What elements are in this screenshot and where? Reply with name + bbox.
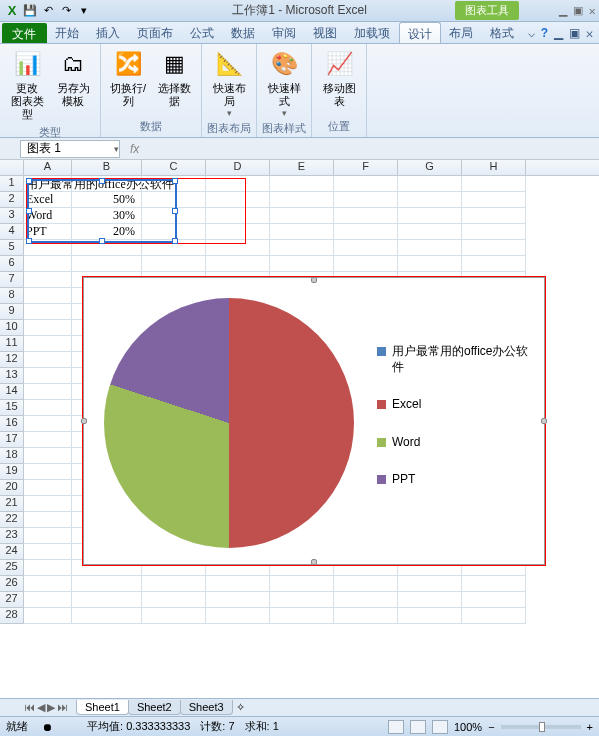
view-normal-icon[interactable] <box>388 720 404 734</box>
col-header-e[interactable]: E <box>270 160 334 175</box>
cell-D28[interactable] <box>206 608 270 624</box>
redo-icon[interactable]: ↷ <box>58 3 74 19</box>
cell-H3[interactable] <box>462 208 526 224</box>
minimize-icon[interactable]: ▁ <box>559 4 567 17</box>
row-header[interactable]: 2 <box>0 192 24 208</box>
cell-G6[interactable] <box>398 256 462 272</box>
cell-E6[interactable] <box>270 256 334 272</box>
sheet-nav-next-icon[interactable]: ▶ <box>47 701 55 714</box>
tab-addins[interactable]: 加载项 <box>346 22 399 43</box>
cell-B6[interactable] <box>72 256 142 272</box>
cell-F6[interactable] <box>334 256 398 272</box>
cell-H28[interactable] <box>462 608 526 624</box>
cell-A8[interactable] <box>24 288 72 304</box>
cell-A4[interactable]: PPT <box>24 224 72 240</box>
cell-C1[interactable] <box>142 176 206 192</box>
save-as-template-button[interactable]: 🗂 另存为 模板 <box>50 46 96 110</box>
cell-B4[interactable]: 20% <box>72 224 142 240</box>
sheet-nav-prev-icon[interactable]: ◀ <box>37 701 45 714</box>
cell-A20[interactable] <box>24 480 72 496</box>
tab-view[interactable]: 视图 <box>305 22 346 43</box>
cell-D6[interactable] <box>206 256 270 272</box>
legend-item-ppt[interactable]: PPT <box>377 472 532 488</box>
restore-icon[interactable]: ▣ <box>573 4 583 17</box>
cell-D2[interactable] <box>206 192 270 208</box>
cell-A17[interactable] <box>24 432 72 448</box>
doc-restore-icon[interactable]: ▣ <box>569 26 580 40</box>
row-header[interactable]: 5 <box>0 240 24 256</box>
cell-A12[interactable] <box>24 352 72 368</box>
row-header[interactable]: 18 <box>0 448 24 464</box>
col-header-g[interactable]: G <box>398 160 462 175</box>
sheet-tab-1[interactable]: Sheet1 <box>76 700 129 715</box>
doc-minimize-icon[interactable]: ▁ <box>554 26 563 40</box>
cell-F27[interactable] <box>334 592 398 608</box>
row-header[interactable]: 27 <box>0 592 24 608</box>
save-icon[interactable]: 💾 <box>22 3 38 19</box>
row-header[interactable]: 25 <box>0 560 24 576</box>
cell-C28[interactable] <box>142 608 206 624</box>
doc-close-icon[interactable]: ⨉ <box>586 26 593 40</box>
row-header[interactable]: 11 <box>0 336 24 352</box>
name-box[interactable]: 图表 1 ▾ <box>20 140 120 158</box>
zoom-slider[interactable] <box>501 725 581 729</box>
cell-E28[interactable] <box>270 608 334 624</box>
cell-A3[interactable]: Word <box>24 208 72 224</box>
tab-formulas[interactable]: 公式 <box>182 22 223 43</box>
cell-H1[interactable] <box>462 176 526 192</box>
tab-file[interactable]: 文件 <box>2 23 47 43</box>
cell-A26[interactable] <box>24 576 72 592</box>
cell-B1[interactable] <box>72 176 142 192</box>
cell-A27[interactable] <box>24 592 72 608</box>
cell-C2[interactable] <box>142 192 206 208</box>
namebox-dropdown-icon[interactable]: ▾ <box>114 144 119 154</box>
cell-C6[interactable] <box>142 256 206 272</box>
legend-item-excel[interactable]: Excel <box>377 397 532 413</box>
cell-F2[interactable] <box>334 192 398 208</box>
quick-style-button[interactable]: 🎨 快速样式 <box>261 46 307 120</box>
cell-A7[interactable] <box>24 272 72 288</box>
cell-C27[interactable] <box>142 592 206 608</box>
row-header[interactable]: 17 <box>0 432 24 448</box>
cell-F26[interactable] <box>334 576 398 592</box>
cell-H27[interactable] <box>462 592 526 608</box>
tab-home[interactable]: 开始 <box>47 22 88 43</box>
cell-A5[interactable] <box>24 240 72 256</box>
row-header[interactable]: 4 <box>0 224 24 240</box>
zoom-level[interactable]: 100% <box>454 721 482 733</box>
tab-review[interactable]: 审阅 <box>264 22 305 43</box>
zoom-in-icon[interactable]: + <box>587 721 593 733</box>
tab-format[interactable]: 格式 <box>482 22 523 43</box>
select-all-cell[interactable] <box>0 160 24 175</box>
cell-E27[interactable] <box>270 592 334 608</box>
cell-H6[interactable] <box>462 256 526 272</box>
zoom-thumb[interactable] <box>539 722 545 732</box>
undo-icon[interactable]: ↶ <box>40 3 56 19</box>
cell-A23[interactable] <box>24 528 72 544</box>
row-header[interactable]: 22 <box>0 512 24 528</box>
row-header[interactable]: 16 <box>0 416 24 432</box>
cell-G1[interactable] <box>398 176 462 192</box>
cell-A21[interactable] <box>24 496 72 512</box>
row-header[interactable]: 7 <box>0 272 24 288</box>
row-header[interactable]: 6 <box>0 256 24 272</box>
cell-E5[interactable] <box>270 240 334 256</box>
cell-H2[interactable] <box>462 192 526 208</box>
cell-A6[interactable] <box>24 256 72 272</box>
sheet-tab-2[interactable]: Sheet2 <box>128 700 181 715</box>
cell-D3[interactable] <box>206 208 270 224</box>
col-header-f[interactable]: F <box>334 160 398 175</box>
row-header[interactable]: 26 <box>0 576 24 592</box>
row-header[interactable]: 3 <box>0 208 24 224</box>
cell-D27[interactable] <box>206 592 270 608</box>
help-icon[interactable]: ? <box>541 26 548 40</box>
cell-B3[interactable]: 30% <box>72 208 142 224</box>
tab-data[interactable]: 数据 <box>223 22 264 43</box>
move-chart-button[interactable]: 📈 移动图表 <box>316 46 362 110</box>
quick-layout-button[interactable]: 📐 快速布局 <box>206 46 252 120</box>
row-header[interactable]: 21 <box>0 496 24 512</box>
legend-item-title[interactable]: 用户最常用的office办公软件 <box>377 344 532 375</box>
cell-B26[interactable] <box>72 576 142 592</box>
row-header[interactable]: 12 <box>0 352 24 368</box>
cell-F4[interactable] <box>334 224 398 240</box>
